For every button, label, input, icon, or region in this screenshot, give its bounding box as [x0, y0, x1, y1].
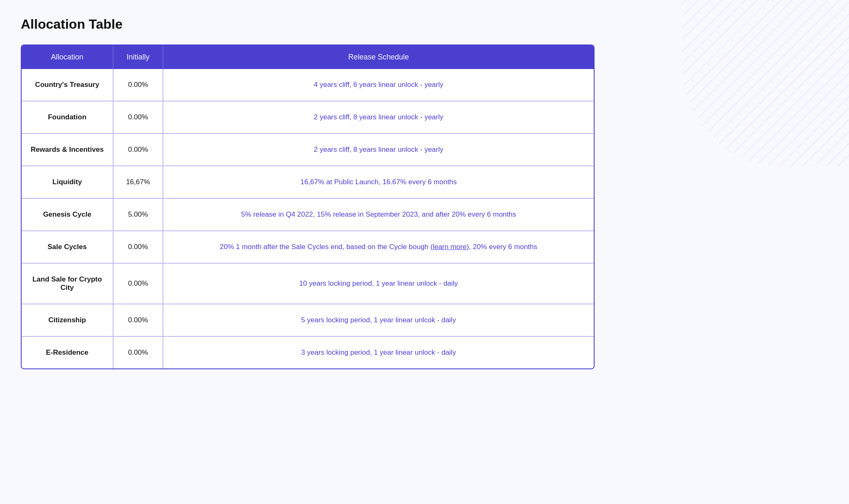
cell-allocation: E-Residence: [22, 336, 113, 368]
cell-initially: 0.00%: [113, 231, 163, 263]
cell-allocation: Liquidity: [22, 166, 113, 198]
cell-allocation: Sale Cycles: [22, 231, 113, 263]
table-row: Genesis Cycle5.00%5% release in Q4 2022,…: [22, 198, 594, 231]
cell-initially: 0.00%: [113, 69, 163, 101]
col-header-allocation: Allocation: [22, 45, 113, 69]
table-row: Liquidity16,67%16,67% at Public Launch, …: [22, 166, 594, 198]
cell-release-schedule: 16,67% at Public Launch, 16.67% every 6 …: [163, 166, 594, 198]
cell-release-schedule: 10 years locking period, 1 year linear u…: [163, 263, 594, 304]
release-text-before: 20% 1 month after the Sale Cycles end, b…: [220, 243, 433, 251]
cell-allocation: Genesis Cycle: [22, 198, 113, 231]
table-header-row: Allocation Initially Release Schedule: [22, 45, 594, 69]
cell-allocation: Citizenship: [22, 304, 113, 336]
cell-release-schedule: 5 years locking period, 1 year linear un…: [163, 304, 594, 336]
cell-initially: 5.00%: [113, 198, 163, 231]
table-row: E-Residence0.00%3 years locking period, …: [22, 336, 594, 368]
cell-initially: 0.00%: [113, 304, 163, 336]
cell-initially: 0.00%: [113, 263, 163, 304]
table-row: Citizenship0.00%5 years locking period, …: [22, 304, 594, 336]
table-row: Land Sale for Crypto City0.00%10 years l…: [22, 263, 594, 304]
allocation-table-wrapper: Allocation Initially Release Schedule Co…: [21, 44, 595, 369]
cell-initially: 0.00%: [113, 336, 163, 368]
page-title: Allocation Table: [21, 17, 828, 32]
cell-initially: 0.00%: [113, 101, 163, 133]
cell-allocation: Foundation: [22, 101, 113, 133]
cell-initially: 0.00%: [113, 133, 163, 166]
cell-release-schedule: 2 years cliff, 8 years linear unlock - y…: [163, 133, 594, 166]
table-row: Country's Treasury0.00%4 years cliff, 6 …: [22, 69, 594, 101]
cell-release-schedule: 4 years cliff, 6 years linear unlock - y…: [163, 69, 594, 101]
cell-allocation: Rewards & Incentives: [22, 133, 113, 166]
cell-release-schedule: 3 years locking period, 1 year linear un…: [163, 336, 594, 368]
release-text-after: ), 20% every 6 months: [466, 243, 537, 251]
cell-release-schedule: 2 years cliff, 8 years linear unlock - y…: [163, 101, 594, 133]
learn-more-link[interactable]: learn more: [433, 243, 466, 251]
cell-allocation: Land Sale for Crypto City: [22, 263, 113, 304]
cell-initially: 16,67%: [113, 166, 163, 198]
table-row: Rewards & Incentives0.00%2 years cliff, …: [22, 133, 594, 166]
cell-release-schedule: 5% release in Q4 2022, 15% release in Se…: [163, 198, 594, 231]
cell-release-schedule: 20% 1 month after the Sale Cycles end, b…: [163, 231, 594, 263]
col-header-initially: Initially: [113, 45, 163, 69]
allocation-table: Allocation Initially Release Schedule Co…: [22, 45, 594, 368]
cell-allocation: Country's Treasury: [22, 69, 113, 101]
col-header-release-schedule: Release Schedule: [163, 45, 594, 69]
table-row: Foundation0.00%2 years cliff, 8 years li…: [22, 101, 594, 133]
table-row: Sale Cycles0.00%20% 1 month after the Sa…: [22, 231, 594, 263]
